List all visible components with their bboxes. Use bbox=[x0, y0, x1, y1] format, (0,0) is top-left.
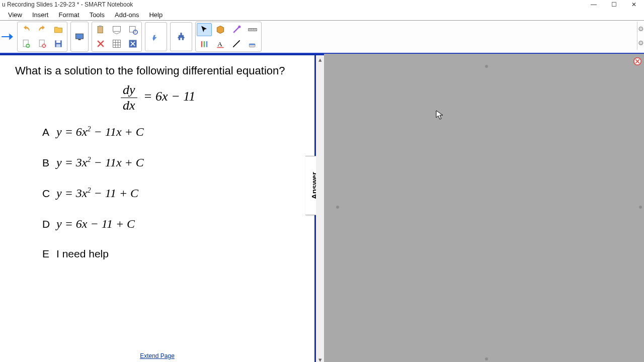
choice-letter: E bbox=[42, 248, 56, 260]
menu-bar: View Insert Format Tools Add-ons Help bbox=[0, 9, 644, 20]
title-bar: u Recording Slides 1-29-23 * - SMART Not… bbox=[0, 0, 644, 9]
menu-help[interactable]: Help bbox=[144, 10, 168, 20]
toolbar: A ⚙ ⚙ bbox=[0, 20, 644, 54]
right-gear-panel[interactable]: ⚙ ⚙ bbox=[637, 22, 644, 50]
vertical-scrollbar[interactable]: ▴ ▾ bbox=[316, 54, 324, 362]
cursor-icon bbox=[436, 110, 444, 122]
svg-rect-8 bbox=[78, 39, 81, 40]
svg-rect-17 bbox=[249, 29, 257, 31]
gear-icon: ⚙ bbox=[638, 25, 644, 33]
choice-c[interactable]: C y = 3x2 − 11 + C bbox=[42, 187, 305, 200]
scroll-up-icon[interactable]: ▴ bbox=[316, 55, 324, 63]
choice-letter: A bbox=[42, 126, 56, 138]
svg-rect-7 bbox=[76, 34, 84, 39]
handle-dot[interactable] bbox=[485, 65, 488, 68]
choice-b[interactable]: B y = 3x2 − 11x + C bbox=[42, 156, 305, 169]
svg-rect-12 bbox=[129, 26, 135, 32]
choice-expr: y = 3x2 − 11x + C bbox=[56, 156, 144, 169]
slideshow-button[interactable] bbox=[109, 23, 124, 36]
ruler-button[interactable] bbox=[245, 23, 260, 36]
pointer-button[interactable] bbox=[197, 23, 212, 36]
open-button[interactable] bbox=[51, 23, 66, 36]
svg-rect-5 bbox=[56, 40, 60, 43]
redo-button[interactable] bbox=[35, 23, 50, 36]
choice-expr: y = 6x2 − 11x + C bbox=[56, 125, 144, 139]
gear-icon: ⚙ bbox=[638, 39, 644, 47]
svg-rect-14 bbox=[113, 40, 121, 48]
menu-format[interactable]: Format bbox=[53, 10, 84, 20]
table-button[interactable] bbox=[109, 37, 124, 50]
choices-list: A y = 6x2 − 11x + C B y = 3x2 − 11x + C … bbox=[15, 125, 305, 260]
equation-numerator: dy bbox=[121, 82, 137, 98]
extend-page-link[interactable]: Extend Page bbox=[140, 352, 175, 359]
menu-addons[interactable]: Add-ons bbox=[110, 10, 144, 20]
capture-button[interactable] bbox=[125, 23, 140, 36]
handle-dot[interactable] bbox=[336, 206, 339, 209]
drawing-tool-group: A bbox=[195, 22, 262, 52]
delete-button[interactable] bbox=[93, 37, 108, 50]
shape3d-button[interactable] bbox=[213, 23, 228, 36]
svg-rect-9 bbox=[98, 26, 103, 33]
equation-rhs: = 6x − 11 bbox=[143, 89, 195, 104]
insert-tool-group bbox=[92, 22, 142, 52]
response-tool-group bbox=[145, 22, 167, 51]
menu-insert[interactable]: Insert bbox=[27, 10, 54, 20]
paste-button[interactable] bbox=[93, 23, 108, 36]
window-controls: ― ☐ ✕ bbox=[584, 0, 644, 9]
menu-view[interactable]: View bbox=[3, 10, 27, 20]
svg-rect-20 bbox=[249, 44, 255, 45]
close-pane-button[interactable] bbox=[633, 57, 642, 66]
minimize-button[interactable]: ― bbox=[584, 0, 604, 9]
screen-button[interactable] bbox=[72, 23, 87, 50]
close-button[interactable]: ✕ bbox=[624, 0, 644, 9]
svg-rect-10 bbox=[99, 26, 102, 27]
choice-letter: D bbox=[42, 218, 56, 230]
maximize-button[interactable]: ☐ bbox=[604, 0, 624, 9]
eraser-button[interactable] bbox=[245, 37, 260, 50]
menu-tools[interactable]: Tools bbox=[85, 10, 110, 20]
math-button[interactable] bbox=[125, 37, 140, 50]
view-tool-group bbox=[70, 22, 89, 52]
secondary-pane[interactable] bbox=[324, 54, 644, 362]
line-button[interactable] bbox=[229, 37, 244, 50]
addon-tool-group bbox=[170, 22, 192, 51]
page-canvas[interactable]: What is a solution to the following diff… bbox=[0, 54, 316, 362]
svg-point-16 bbox=[238, 26, 240, 28]
choice-letter: B bbox=[42, 157, 56, 169]
question-text: What is a solution to the following diff… bbox=[15, 64, 305, 77]
workspace: What is a solution to the following diff… bbox=[0, 54, 644, 362]
undo-button[interactable] bbox=[19, 23, 34, 36]
svg-text:A: A bbox=[217, 40, 222, 48]
handle-dot[interactable] bbox=[639, 206, 642, 209]
addon-button[interactable] bbox=[174, 26, 189, 48]
svg-rect-11 bbox=[113, 26, 121, 31]
window-title: u Recording Slides 1-29-23 * - SMART Not… bbox=[2, 1, 133, 8]
choice-expr: y = 6x − 11 + C bbox=[56, 217, 135, 231]
save-button[interactable] bbox=[51, 37, 66, 50]
choice-e[interactable]: E I need help bbox=[42, 248, 305, 260]
pens-button[interactable] bbox=[197, 37, 212, 50]
file-tool-group bbox=[17, 22, 67, 52]
new-page-button[interactable] bbox=[19, 37, 34, 50]
equation-denominator: dx bbox=[121, 98, 137, 113]
next-page-button[interactable] bbox=[0, 23, 14, 51]
choice-expr: I need help bbox=[56, 248, 109, 260]
text-button[interactable]: A bbox=[213, 37, 228, 50]
scroll-down-icon[interactable]: ▾ bbox=[316, 355, 324, 362]
choice-d[interactable]: D y = 6x − 11 + C bbox=[42, 217, 305, 231]
handle-dot[interactable] bbox=[485, 357, 488, 360]
delete-page-button[interactable] bbox=[35, 37, 50, 50]
choice-a[interactable]: A y = 6x2 − 11x + C bbox=[42, 125, 305, 139]
response-button[interactable] bbox=[148, 26, 164, 48]
choice-letter: C bbox=[42, 188, 56, 200]
equation: dy dx = 6x − 11 bbox=[15, 82, 305, 113]
choice-expr: y = 3x2 − 11 + C bbox=[56, 187, 138, 200]
svg-rect-6 bbox=[56, 44, 60, 47]
magic-pen-button[interactable] bbox=[229, 23, 244, 36]
